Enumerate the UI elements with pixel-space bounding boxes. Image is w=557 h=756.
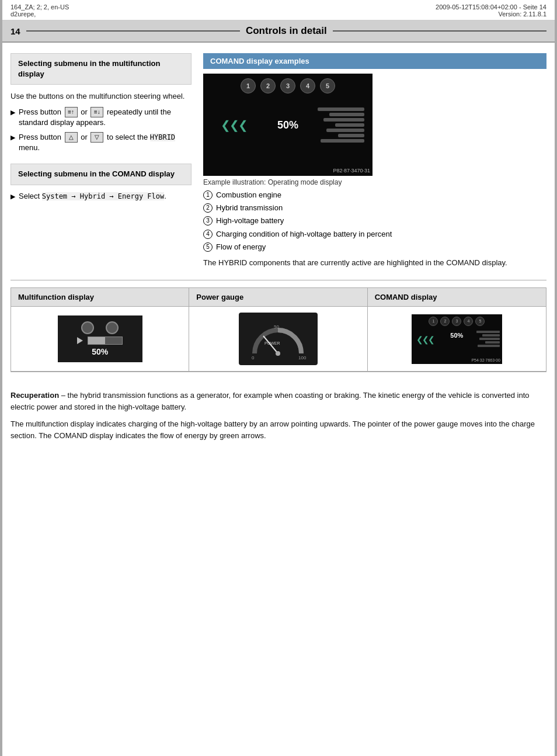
page-title: Controls in detail bbox=[246, 25, 327, 37]
example-caption: Example illustration: Operating mode dis… bbox=[203, 178, 546, 186]
comand-cell: 1 2 3 4 5 ❮❮❮ 50% P54·32·76 bbox=[368, 307, 546, 371]
btn-icon-1b: ≡↓ bbox=[90, 107, 103, 117]
sbar-5 bbox=[478, 345, 500, 347]
main-content: Selecting submenu in the multifunction d… bbox=[0, 43, 557, 273]
small-circles: 1 2 3 4 5 bbox=[429, 317, 485, 326]
comand-bullet-arrow: ▶ bbox=[11, 192, 15, 201]
btn-icon-1a: ≡↑ bbox=[65, 107, 78, 117]
comand-select-system: System → Hybrid → Energy Flow bbox=[42, 192, 165, 200]
meta-left: 164_ZA; 2; 2, en-US d2urepe, bbox=[11, 4, 69, 18]
circle-4: 4 bbox=[300, 78, 315, 93]
mono-hybrid: HYBRID bbox=[150, 133, 175, 141]
mfd-icons-row bbox=[81, 321, 119, 334]
numbered-item-5: 5 Flow of energy bbox=[203, 242, 546, 252]
section-multifunction: Selecting submenu in the multifunction d… bbox=[11, 53, 192, 85]
sbar-1 bbox=[476, 331, 500, 333]
numbered-item-3: 3 High-voltage battery bbox=[203, 216, 546, 226]
section-multifunction-body: Use the buttons on the multifunction ste… bbox=[11, 91, 192, 102]
bottom-table-header: Multifunction display Power gauge COMAND… bbox=[11, 288, 546, 307]
s-circle-3: 3 bbox=[452, 317, 461, 326]
comand-circles: 1 2 3 4 5 bbox=[241, 78, 335, 93]
header-line-right bbox=[333, 30, 546, 32]
recuperation-paragraph: Recuperation – the hybrid transmission f… bbox=[11, 390, 546, 412]
col3-header: COMAND display bbox=[368, 288, 546, 306]
bullet-arrow-2: ▶ bbox=[11, 133, 15, 142]
mfd-progress-bg bbox=[88, 337, 123, 345]
circle-3: 3 bbox=[280, 78, 295, 93]
bullet-1-text: Press button ≡↑ or ≡↓ repeatedly until t… bbox=[19, 107, 192, 129]
comand-right-bars bbox=[318, 107, 367, 143]
comand-examples-header: COMAND display examples bbox=[203, 53, 546, 69]
circle-2: 2 bbox=[260, 78, 276, 93]
numbered-item-1: 1 Combustion engine bbox=[203, 190, 546, 200]
bullet-item-2: ▶ Press button △ or ▽ to select the HYBR… bbox=[11, 132, 192, 154]
comand-arrows: ❮❮❮ bbox=[221, 118, 247, 132]
sbar-2 bbox=[482, 334, 500, 337]
mfd-progress-fill bbox=[88, 337, 105, 344]
circle-5: 5 bbox=[320, 78, 335, 93]
comand-percent: 50% bbox=[277, 119, 298, 131]
btn-icon-2a: △ bbox=[65, 132, 78, 143]
mfd-percent-text: 50% bbox=[92, 347, 108, 356]
comand-bullet-text: Select System → Hybrid → Energy Flow. bbox=[19, 191, 166, 202]
bar-4 bbox=[335, 123, 364, 127]
small-bars bbox=[476, 331, 500, 347]
section-comand: Selecting submenu in the COMAND display bbox=[11, 164, 192, 185]
sbar-3 bbox=[479, 338, 500, 340]
bar-5 bbox=[326, 129, 364, 132]
mfd-arrow-row bbox=[77, 337, 123, 345]
comand-display-image-container: 1 2 3 4 5 50% ❮❮❮ bbox=[203, 74, 546, 176]
item-3-text: High-voltage battery bbox=[216, 216, 284, 226]
right-column: COMAND display examples 1 2 3 4 5 50% ❮❮… bbox=[203, 53, 546, 273]
num-4: 4 bbox=[203, 230, 213, 239]
item-4-text: Charging condition of high-voltage batte… bbox=[216, 229, 392, 240]
mfd-arrow bbox=[77, 337, 83, 344]
btn-icon-2b: ▽ bbox=[90, 132, 103, 143]
recuperation-rest: – the hybrid transmission functions as a… bbox=[11, 391, 530, 411]
bullet-2-text: Press button △ or ▽ to select the HYBRID… bbox=[19, 132, 192, 154]
mfd-icon-right bbox=[106, 321, 119, 334]
bullet-item-1: ▶ Press button ≡↑ or ≡↓ repeatedly until… bbox=[11, 107, 192, 129]
num-2: 2 bbox=[203, 203, 213, 213]
multifunction-paragraph: The multifunction display indicates char… bbox=[11, 418, 546, 441]
small-img-id: P54·32·7663·00 bbox=[471, 358, 500, 362]
svg-text:100: 100 bbox=[298, 355, 307, 360]
sbar-4 bbox=[485, 341, 500, 344]
s-circle-4: 4 bbox=[464, 317, 473, 326]
svg-text:0: 0 bbox=[252, 355, 255, 360]
svg-point-1 bbox=[276, 351, 280, 356]
header-line bbox=[26, 30, 240, 32]
recuperation-bold: Recuperation bbox=[11, 391, 59, 400]
num-3: 3 bbox=[203, 216, 213, 226]
item-2-text: Hybrid transmission bbox=[216, 203, 283, 213]
page-header: 14 Controls in detail bbox=[0, 20, 557, 43]
item-1-text: Combustion engine bbox=[216, 190, 281, 200]
comand-bullet-item: ▶ Select System → Hybrid → Energy Flow. bbox=[11, 191, 192, 202]
gauge-cell: 0 50 100 POWER bbox=[189, 307, 367, 371]
small-percent: 50% bbox=[450, 332, 463, 339]
gauge-svg: 0 50 100 POWER bbox=[246, 315, 310, 362]
meta-right: 2009-05-12T15:08:04+02:00 - Seite 14 Ver… bbox=[436, 4, 546, 18]
numbered-item-2: 2 Hybrid transmission bbox=[203, 203, 546, 213]
col1-header: Multifunction display bbox=[11, 288, 189, 306]
section-comand-title: Selecting submenu in the COMAND display bbox=[18, 169, 184, 179]
section-multifunction-title: Selecting submenu in the multifunction d… bbox=[18, 58, 184, 79]
bar-2 bbox=[329, 113, 364, 116]
bottom-table-body: 50% 0 50 100 POWER bbox=[11, 307, 546, 372]
item-5-text: Flow of energy bbox=[216, 242, 266, 252]
bottom-text-section: Recuperation – the hybrid transmission f… bbox=[0, 383, 557, 454]
num-5: 5 bbox=[203, 242, 213, 252]
right-body-text: The HYBRID components that are currently… bbox=[203, 257, 546, 269]
gauge-display: 0 50 100 POWER bbox=[239, 313, 318, 365]
svg-text:50: 50 bbox=[274, 324, 279, 330]
section-divider bbox=[11, 280, 546, 280]
bottom-table: Multifunction display Power gauge COMAND… bbox=[11, 287, 546, 372]
select-label: Select bbox=[19, 192, 42, 200]
left-column: Selecting submenu in the multifunction d… bbox=[11, 53, 192, 273]
meta-bar: 164_ZA; 2; 2, en-US d2urepe, 2009-05-12T… bbox=[0, 0, 557, 20]
comand-img-id: P82·87·3470·31 bbox=[333, 168, 370, 174]
mfd-display: 50% bbox=[58, 315, 142, 362]
bullet-arrow-1: ▶ bbox=[11, 108, 15, 117]
circle-1: 1 bbox=[241, 78, 256, 93]
s-circle-2: 2 bbox=[440, 317, 450, 326]
